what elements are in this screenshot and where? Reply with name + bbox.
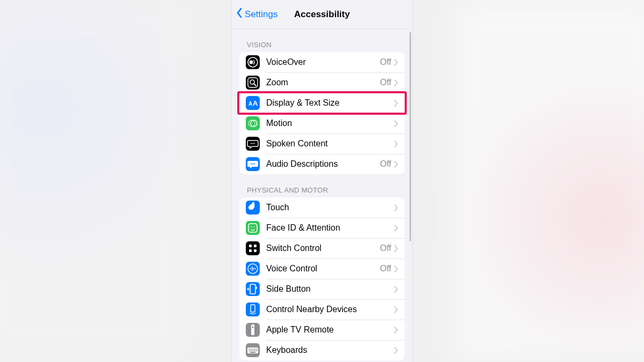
settings-group: TouchFace ID & AttentionSwitch ControlOf… bbox=[239, 197, 405, 360]
chevron-right-icon bbox=[394, 347, 398, 354]
svg-rect-42 bbox=[257, 350, 258, 351]
svg-point-12 bbox=[251, 163, 252, 164]
row-keyboards[interactable]: Keyboards bbox=[239, 340, 405, 360]
row-label: Side Button bbox=[266, 284, 394, 294]
row-label: Zoom bbox=[266, 78, 380, 87]
row-label: Spoken Content bbox=[266, 139, 394, 149]
chevron-right-icon bbox=[394, 327, 398, 334]
row-label: Voice Control bbox=[266, 264, 380, 274]
chevron-left-icon bbox=[236, 8, 245, 21]
chevron-right-icon bbox=[394, 161, 398, 168]
row-voiceover[interactable]: VoiceOverOff bbox=[239, 52, 405, 72]
row-appletv[interactable]: Apple TV Remote bbox=[239, 320, 405, 340]
row-motion[interactable]: Motion bbox=[239, 113, 405, 134]
svg-point-22 bbox=[248, 264, 258, 274]
svg-rect-27 bbox=[250, 284, 255, 294]
svg-point-10 bbox=[252, 143, 253, 144]
row-status: Off bbox=[380, 264, 391, 274]
svg-rect-15 bbox=[248, 224, 257, 232]
background-blur-left bbox=[0, 0, 193, 362]
chevron-right-icon bbox=[394, 204, 398, 211]
svg-rect-19 bbox=[254, 245, 257, 247]
motion-icon bbox=[246, 116, 260, 130]
svg-rect-30 bbox=[251, 324, 254, 335]
svg-point-11 bbox=[254, 143, 255, 144]
svg-rect-37 bbox=[257, 349, 258, 350]
row-switch-control[interactable]: Switch ControlOff bbox=[239, 238, 405, 258]
svg-point-13 bbox=[252, 163, 253, 164]
row-spoken-content[interactable]: Spoken Content bbox=[239, 134, 405, 154]
settings-group: VoiceOverOffZoomOffAADisplay & Text Size… bbox=[239, 52, 405, 174]
chevron-right-icon bbox=[394, 120, 398, 127]
row-label: Face ID & Attention bbox=[266, 223, 394, 233]
svg-point-17 bbox=[254, 226, 255, 227]
navigation-bar: Settings Accessibility bbox=[232, 0, 412, 29]
section-header: PHYSICAL AND MOTOR bbox=[232, 174, 412, 197]
svg-point-1 bbox=[250, 61, 253, 64]
row-label: VoiceOver bbox=[266, 57, 380, 67]
voiceover-icon bbox=[246, 55, 260, 69]
row-status: Off bbox=[380, 78, 391, 87]
svg-rect-43 bbox=[250, 352, 255, 353]
svg-rect-41 bbox=[254, 350, 255, 351]
svg-rect-40 bbox=[253, 350, 254, 351]
chevron-right-icon bbox=[394, 79, 398, 86]
svg-rect-24 bbox=[252, 267, 253, 271]
row-nearby[interactable]: Control Nearby Devices bbox=[239, 299, 405, 320]
row-status: Off bbox=[380, 57, 391, 67]
chevron-right-icon bbox=[394, 225, 398, 232]
nearby-icon bbox=[246, 302, 260, 316]
svg-rect-23 bbox=[250, 268, 251, 269]
row-faceid[interactable]: Face ID & Attention bbox=[239, 218, 405, 238]
phone-frame: Settings Accessibility VISIONVoiceOverOf… bbox=[232, 0, 412, 362]
row-display-text[interactable]: AADisplay & Text Size bbox=[239, 93, 405, 113]
text-size-icon: AA bbox=[246, 96, 260, 110]
faceid-icon bbox=[246, 221, 260, 235]
back-button[interactable]: Settings bbox=[236, 8, 277, 21]
chevron-right-icon bbox=[394, 245, 398, 252]
svg-rect-18 bbox=[249, 245, 252, 247]
scroll-indicator bbox=[409, 32, 411, 241]
row-label: Switch Control bbox=[266, 243, 380, 253]
switch-icon bbox=[246, 241, 260, 255]
spoken-icon bbox=[246, 137, 260, 151]
row-zoom[interactable]: ZoomOff bbox=[239, 72, 405, 93]
svg-text:A: A bbox=[253, 99, 258, 107]
side-button-icon bbox=[246, 282, 260, 296]
row-label: Motion bbox=[266, 119, 394, 128]
svg-rect-36 bbox=[254, 349, 255, 350]
row-label: Audio Descriptions bbox=[266, 159, 380, 169]
voice-control-icon bbox=[246, 262, 260, 276]
svg-point-31 bbox=[252, 326, 253, 328]
chevron-right-icon bbox=[394, 286, 398, 293]
row-audio-desc[interactable]: Audio DescriptionsOff bbox=[239, 154, 405, 174]
row-label: Touch bbox=[266, 203, 394, 212]
svg-point-9 bbox=[251, 143, 252, 144]
settings-scroll-area[interactable]: VISIONVoiceOverOffZoomOffAADisplay & Tex… bbox=[232, 29, 412, 362]
row-label: Keyboards bbox=[266, 345, 394, 355]
svg-rect-38 bbox=[249, 350, 250, 351]
row-status: Off bbox=[380, 159, 391, 169]
chevron-right-icon bbox=[394, 100, 398, 107]
chevron-right-icon bbox=[394, 306, 398, 313]
row-voice-control[interactable]: Voice ControlOff bbox=[239, 258, 405, 279]
chevron-right-icon bbox=[394, 141, 398, 147]
svg-rect-33 bbox=[249, 349, 250, 350]
svg-rect-35 bbox=[253, 349, 254, 350]
row-status: Off bbox=[380, 243, 391, 253]
row-side-button[interactable]: Side Button bbox=[239, 279, 405, 299]
row-label: Apple TV Remote bbox=[266, 325, 394, 335]
row-touch[interactable]: Touch bbox=[239, 197, 405, 218]
svg-rect-28 bbox=[256, 286, 257, 289]
svg-rect-20 bbox=[249, 249, 252, 252]
svg-rect-25 bbox=[253, 268, 254, 270]
keyboard-icon bbox=[246, 343, 260, 357]
svg-rect-26 bbox=[255, 268, 256, 269]
svg-point-14 bbox=[254, 163, 255, 164]
audio-desc-icon bbox=[246, 157, 260, 171]
row-label: Display & Text Size bbox=[266, 98, 394, 108]
appletv-icon bbox=[246, 323, 260, 337]
svg-text:A: A bbox=[248, 101, 252, 107]
chevron-right-icon bbox=[394, 59, 398, 66]
svg-rect-29 bbox=[251, 305, 255, 312]
